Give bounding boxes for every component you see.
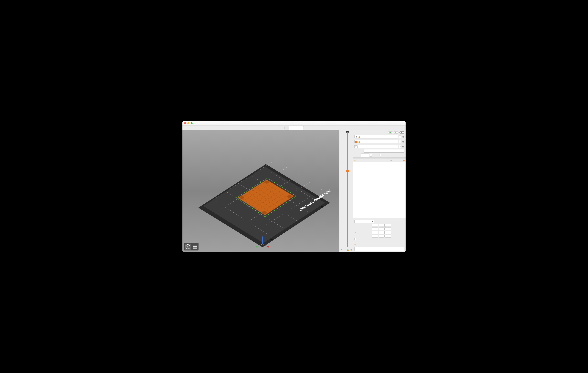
slider-track[interactable] xyxy=(347,132,348,247)
scale-lock-icon[interactable]: 🔒 xyxy=(354,232,357,233)
object-list[interactable]: ⚠ 👁 ✎▪ xyxy=(353,159,406,218)
warning-icon: ⚠ xyxy=(354,243,356,245)
view-3d-button[interactable] xyxy=(185,244,191,250)
info-section: ⚠ xyxy=(353,241,406,246)
warning-icon: ⚠ xyxy=(354,159,356,162)
app-window: ORIGINAL PRUSA MINI xyxy=(182,121,406,252)
slider-lock-icon[interactable]: 🔓 xyxy=(347,249,349,251)
lock-icon: 🔒 xyxy=(358,136,360,138)
rot-x[interactable] xyxy=(372,227,378,230)
filament-swatch[interactable] xyxy=(355,141,357,143)
printer-icon xyxy=(355,145,357,148)
rot-y[interactable] xyxy=(379,227,385,230)
coord-system-select[interactable]: ▾ xyxy=(354,220,374,223)
pos-z[interactable] xyxy=(385,224,391,227)
supports-select[interactable]: ▾ xyxy=(364,149,404,153)
brim-checkbox[interactable] xyxy=(379,154,381,156)
svg-point-17 xyxy=(287,195,292,198)
tab-filament-settings[interactable] xyxy=(294,126,299,130)
printer-dropdown[interactable]: ▾ xyxy=(399,145,401,148)
size-x[interactable] xyxy=(372,235,378,238)
mode-expert[interactable] xyxy=(399,131,404,134)
scale-z[interactable] xyxy=(385,231,391,234)
object-manipulation: ▾ ⤓ xyxy=(353,218,406,241)
minimize-button[interactable] xyxy=(187,122,189,124)
view-mode-switch xyxy=(184,243,199,250)
print-settings-combo[interactable]: ⚙ 🔒 xyxy=(354,135,398,138)
pos-x[interactable] xyxy=(372,224,378,227)
side-panel: ⚙ 🔒 ▾ ⚙ 🔒 ▾ ⚙ xyxy=(353,130,406,252)
svg-rect-28 xyxy=(356,146,357,147)
close-button[interactable] xyxy=(184,122,186,124)
main-tabs xyxy=(182,125,406,130)
rot-z[interactable] xyxy=(385,227,391,230)
visibility-icon[interactable]: 👁 xyxy=(389,159,392,161)
tab-print-settings[interactable] xyxy=(289,126,294,130)
inches-checkbox[interactable] xyxy=(354,238,356,240)
3d-viewport[interactable]: ORIGINAL PRUSA MINI xyxy=(182,130,339,252)
slider-gear-icon[interactable]: ⚙ xyxy=(350,249,352,251)
svg-point-26 xyxy=(321,206,323,207)
object-row[interactable]: ⚠ 👁 ✎▪ xyxy=(353,159,406,162)
layer-slider-column: 🔓 ⚙ ↶ xyxy=(339,130,353,252)
lock-icon: 🔒 xyxy=(358,141,360,143)
drop-to-bed-icon[interactable]: ⤓ xyxy=(397,224,399,226)
object-list-header xyxy=(353,157,406,159)
svg-point-16 xyxy=(264,181,269,184)
slice-now-button[interactable] xyxy=(354,247,404,251)
tab-plater[interactable] xyxy=(285,126,289,130)
svg-point-18 xyxy=(262,211,267,214)
infill-dropdown[interactable]: ▾ xyxy=(370,154,372,157)
gear-icon: ⚙ xyxy=(355,136,357,138)
mode-advanced[interactable] xyxy=(394,131,399,134)
size-y[interactable] xyxy=(379,235,385,238)
infill-select[interactable] xyxy=(361,154,369,157)
svg-point-15 xyxy=(240,196,244,199)
tab-printer-settings[interactable] xyxy=(299,126,304,130)
print-settings-dropdown[interactable]: ▾ xyxy=(399,135,401,138)
titlebar xyxy=(182,121,406,125)
bed-render: ORIGINAL PRUSA MINI xyxy=(182,130,339,252)
zoom-button[interactable] xyxy=(191,122,193,124)
filament-dropdown[interactable]: ▾ xyxy=(399,140,401,143)
slider-handle[interactable] xyxy=(346,170,349,172)
undo-button[interactable]: ↶ xyxy=(340,248,343,251)
scale-y[interactable] xyxy=(379,231,385,234)
pos-y[interactable] xyxy=(379,224,385,227)
expertise-modes xyxy=(353,130,406,134)
printer-combo[interactable] xyxy=(354,145,398,148)
printer-gear[interactable]: ⚙ xyxy=(402,145,404,148)
mode-simple[interactable] xyxy=(388,131,393,134)
print-settings-gear[interactable]: ⚙ xyxy=(402,136,404,138)
content-area: ORIGINAL PRUSA MINI xyxy=(182,130,406,252)
filament-combo[interactable]: 🔒 xyxy=(354,140,398,143)
window-controls xyxy=(184,122,193,124)
edit-icon[interactable]: ✎▪ xyxy=(393,159,405,162)
svg-point-27 xyxy=(270,239,273,240)
view-layers-button[interactable] xyxy=(192,244,198,250)
size-z[interactable] xyxy=(385,235,391,238)
scale-x[interactable] xyxy=(372,231,378,234)
filament-gear[interactable]: ⚙ xyxy=(402,141,404,143)
